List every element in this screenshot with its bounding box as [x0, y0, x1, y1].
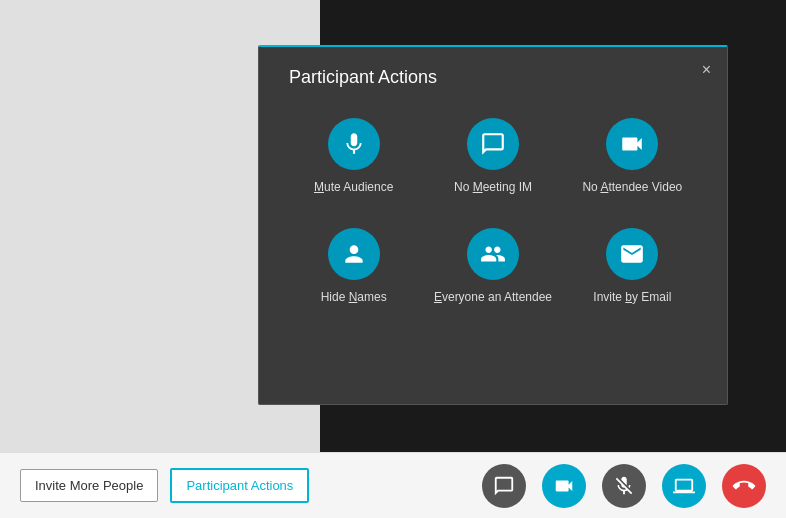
participant-actions-modal: Participant Actions × Mute Audience No M…	[258, 45, 728, 405]
action-no-meeting-im[interactable]: No Meeting IM	[428, 118, 557, 196]
action-everyone-attendee[interactable]: Everyone an Attendee	[428, 228, 557, 306]
action-no-attendee-video[interactable]: No Attendee Video	[568, 118, 697, 196]
modal-title: Participant Actions	[289, 67, 697, 88]
toolbar-icons	[482, 464, 766, 508]
no-attendee-video-icon	[606, 118, 658, 170]
end-call-button[interactable]	[722, 464, 766, 508]
invite-more-people-button[interactable]: Invite More People	[20, 469, 158, 502]
participant-actions-button[interactable]: Participant Actions	[170, 468, 309, 503]
action-mute-audience[interactable]: Mute Audience	[289, 118, 418, 196]
video-button[interactable]	[542, 464, 586, 508]
invite-by-email-label: Invite by Email	[593, 290, 671, 306]
no-meeting-im-icon	[467, 118, 519, 170]
action-grid: Mute Audience No Meeting IM No Attende	[289, 118, 697, 305]
mute-audience-label: Mute Audience	[314, 180, 393, 196]
everyone-attendee-icon	[467, 228, 519, 280]
chat-button[interactable]	[482, 464, 526, 508]
action-hide-names[interactable]: Hide Names	[289, 228, 418, 306]
modal-close-button[interactable]: ×	[702, 61, 711, 79]
action-invite-by-email[interactable]: Invite by Email	[568, 228, 697, 306]
invite-by-email-icon	[606, 228, 658, 280]
bottom-bar: Invite More People Participant Actions	[0, 452, 786, 518]
mic-button[interactable]	[602, 464, 646, 508]
everyone-attendee-label: Everyone an Attendee	[434, 290, 552, 306]
hide-names-label: Hide Names	[321, 290, 387, 306]
screen-share-button[interactable]	[662, 464, 706, 508]
no-attendee-video-label: No Attendee Video	[582, 180, 682, 196]
no-meeting-im-label: No Meeting IM	[454, 180, 532, 196]
mute-audience-icon	[328, 118, 380, 170]
hide-names-icon	[328, 228, 380, 280]
